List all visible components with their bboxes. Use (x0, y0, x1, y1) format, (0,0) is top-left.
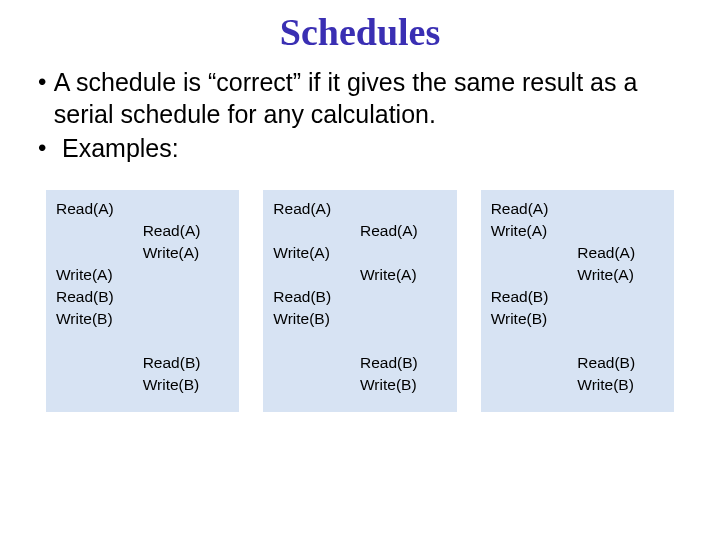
schedule-col-right: Read(A) Write(A) Read(B) Write(B) (143, 198, 230, 404)
bullet-list: • A schedule is “correct” if it gives th… (36, 66, 692, 164)
schedule-col-right: Read(A) Write(A) Read(B) Write(B) (577, 198, 664, 404)
schedule-panel-2: Read(A) Write(A) Read(B) Write(B) Read(A… (263, 190, 456, 412)
schedule-col-left: Read(A) Write(A) Read(B) Write(B) (273, 198, 360, 404)
bullet-item: • A schedule is “correct” if it gives th… (36, 66, 692, 130)
schedule-col-right: Read(A) Write(A) Read(B) Write(B) (360, 198, 447, 404)
bullet-text: A schedule is “correct” if it gives the … (54, 66, 692, 130)
bullet-text: Examples: (62, 132, 179, 164)
bullet-item: • Examples: (36, 132, 692, 164)
schedule-col-left: Read(A) Write(A) Read(B) Write(B) (491, 198, 578, 404)
bullet-dot-icon: • (36, 132, 62, 164)
schedule-panels: Read(A) Write(A) Read(B) Write(B) Read(A… (46, 190, 674, 412)
schedule-panel-3: Read(A) Write(A) Read(B) Write(B) Read(A… (481, 190, 674, 412)
bullet-dot-icon: • (36, 66, 54, 98)
slide: Schedules • A schedule is “correct” if i… (0, 0, 720, 540)
page-title: Schedules (28, 10, 692, 54)
schedule-col-left: Read(A) Write(A) Read(B) Write(B) (56, 198, 143, 404)
schedule-panel-1: Read(A) Write(A) Read(B) Write(B) Read(A… (46, 190, 239, 412)
